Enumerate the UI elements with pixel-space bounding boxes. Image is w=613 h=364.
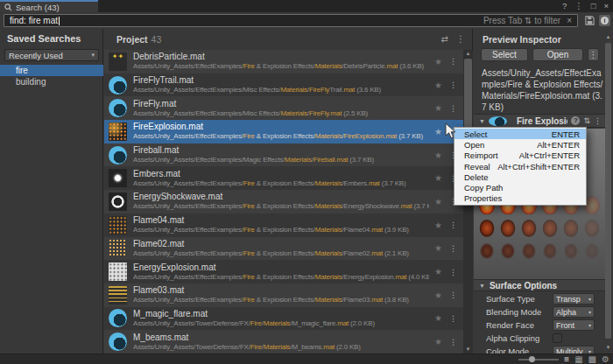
search-icon — [4, 4, 12, 11]
foldout-arrow-icon[interactable]: ▼ — [479, 283, 485, 289]
select-button[interactable]: Select — [481, 48, 528, 61]
favorite-star-icon[interactable]: ★ — [434, 173, 442, 183]
menu-item-reimport[interactable]: ReimportAlt+Ctrl+ENTER — [454, 150, 586, 161]
saved-search-item-fire[interactable]: fire — [0, 65, 103, 76]
presets-icon[interactable]: ⇅ — [583, 116, 590, 125]
material-title: Fire Explosion (Ma — [517, 116, 568, 126]
row-more-button[interactable]: ⋮ — [449, 338, 457, 346]
tab-title: Search (43) — [16, 3, 60, 12]
title-bar: Search (43) ? ⋮ □ × — [0, 0, 613, 12]
surface-options-header[interactable]: ▼ Surface Options — [474, 279, 605, 291]
close-button[interactable]: × — [603, 0, 609, 12]
result-row[interactable]: M_magic_flare.matAssets/Unity_Assets/Tow… — [104, 307, 463, 331]
result-row[interactable]: FireExplosion.matAssets/Unity_Assets/Eff… — [104, 120, 463, 144]
result-row[interactable]: M_beams.matAssets/Unity_Assets/TowerDefe… — [104, 330, 463, 354]
menu-item-copy-path[interactable]: Copy Path — [454, 182, 586, 192]
favorite-star-icon[interactable]: ★ — [434, 290, 442, 300]
material-help-icon[interactable]: ? — [571, 116, 580, 125]
scroll-down-icon[interactable]: ▼ — [463, 346, 473, 354]
saved-search-item-building[interactable]: building — [0, 76, 103, 88]
menu-item-open[interactable]: OpenAlt+ENTER — [454, 139, 586, 150]
saved-searches-panel: Saved Searches Recently Used ▾ firebuild… — [0, 29, 103, 354]
maximize-button[interactable]: □ — [591, 0, 596, 12]
result-row[interactable]: Flame02.matAssets/Unity_Assets/EffectExa… — [104, 237, 463, 261]
inspector-scrollbar[interactable]: ▲ ▼ — [604, 33, 612, 352]
row-more-button[interactable]: ⋮ — [449, 244, 457, 253]
settings-gear-icon[interactable]: ⚙ — [602, 354, 609, 364]
alpha-clipping-checkbox[interactable] — [553, 333, 562, 343]
help-button[interactable]: ? — [562, 0, 567, 12]
row-more-button[interactable]: ⋮ — [449, 290, 457, 299]
menu-item-label: Reimport — [464, 150, 498, 160]
result-row[interactable]: ✦✦DebrisParticle.matAssets/Unity_Assets/… — [104, 50, 463, 74]
grid-view-large-icon[interactable]: ▩ — [588, 354, 596, 364]
menu-item-reveal[interactable]: RevealAlt+Ctrl+Shift+ENTER — [454, 161, 586, 172]
flame03-thumbnail-icon — [109, 286, 127, 304]
render-face-dropdown[interactable]: Front▾ — [553, 319, 595, 331]
saved-searches-sort-dropdown[interactable]: Recently Used ▾ — [4, 49, 99, 61]
menu-item-properties[interactable]: Properties — [454, 193, 586, 204]
slider-knob[interactable] — [529, 356, 535, 362]
favorite-star-icon[interactable]: ★ — [434, 57, 442, 66]
foldout-arrow-icon[interactable]: ▼ — [479, 118, 485, 124]
menu-item-label: Select — [464, 130, 487, 139]
clear-search-icon[interactable]: × — [567, 16, 572, 25]
row-more-button[interactable]: ⋮ — [449, 104, 457, 113]
result-row[interactable]: Embers.matAssets/Unity_Assets/EffectExam… — [104, 166, 463, 190]
search-input[interactable]: find: fire mat Press Tab ⇅ to filter × — [4, 14, 578, 27]
row-more-button[interactable]: ⋮ — [449, 314, 457, 323]
favorite-star-icon[interactable]: ★ — [434, 197, 442, 206]
favorite-star-icon[interactable]: ★ — [434, 150, 442, 160]
preview-more-button[interactable]: ⋮ — [588, 48, 599, 61]
menu-item-delete[interactable]: Delete — [454, 172, 586, 182]
info-icon: i — [601, 17, 609, 24]
result-row[interactable]: EnergyExplosion.matAssets/Unity_Assets/E… — [104, 260, 463, 284]
favorite-star-icon[interactable]: ★ — [434, 80, 442, 90]
favorite-star-icon[interactable]: ★ — [434, 127, 442, 136]
save-search-button[interactable] — [583, 15, 595, 26]
result-row[interactable]: FireFlyTrail.matAssets/Unity_Assets/Effe… — [104, 74, 463, 97]
row-more-button[interactable]: ⋮ — [449, 80, 457, 89]
result-name: Flame04.mat — [133, 215, 429, 226]
result-row[interactable]: Fireball.matAssets/Unity_Assets/EffectEx… — [104, 144, 463, 167]
saved-searches-title: Saved Searches — [7, 33, 81, 44]
favorite-star-icon[interactable]: ★ — [434, 313, 442, 323]
result-path: Assets/Unity_Assets/EffectExamples/Fire … — [133, 249, 429, 258]
grid-view-small-icon[interactable]: ▦ — [574, 354, 582, 364]
row-more-button[interactable]: ⋮ — [449, 268, 457, 276]
scroll-up-icon[interactable]: ▲ — [604, 33, 612, 41]
info-button[interactable]: i — [599, 15, 610, 26]
list-view-icon[interactable]: ≡ — [564, 354, 569, 364]
surface-type-dropdown[interactable]: Transp▾ — [553, 293, 595, 304]
material-more-button[interactable]: ⋮ — [594, 116, 602, 125]
context-menu: SelectENTEROpenAlt+ENTERReimportAlt+Ctrl… — [454, 127, 587, 206]
row-more-button[interactable]: ⋮ — [449, 220, 457, 229]
menu-item-select[interactable]: SelectENTER — [454, 129, 586, 139]
scrollbar-thumb[interactable] — [605, 43, 611, 339]
flame-sprite-row — [476, 216, 602, 237]
preview-inspector-title: Preview Inspector — [483, 34, 561, 45]
item-size-slider[interactable] — [518, 354, 559, 364]
result-path: Assets/Unity_Assets/EffectExamples/Fire … — [133, 179, 429, 188]
favorite-star-icon[interactable]: ★ — [434, 220, 442, 230]
open-button[interactable]: Open — [532, 48, 583, 61]
results-more-button[interactable]: ⋮ — [456, 34, 465, 44]
material-inspector-header[interactable]: ▼ Fire Explosion (Ma ? ⇅ ⋮ — [474, 114, 605, 128]
result-row[interactable]: Flame04.matAssets/Unity_Assets/EffectExa… — [104, 214, 463, 237]
menu-item-shortcut: Alt+Ctrl+ENTER — [519, 150, 580, 160]
refresh-icon[interactable]: ⇄ — [441, 34, 448, 44]
blending-mode-dropdown[interactable]: Alpha▾ — [553, 306, 595, 318]
tab-search[interactable]: Search (43) — [0, 0, 98, 12]
scroll-down-icon[interactable]: ▼ — [604, 344, 612, 352]
favorite-star-icon[interactable]: ★ — [434, 103, 442, 113]
menu-item-shortcut: Alt+ENTER — [537, 140, 580, 150]
favorite-star-icon[interactable]: ★ — [434, 267, 442, 276]
result-row[interactable]: EnergyShockwave.matAssets/Unity_Assets/E… — [104, 190, 463, 214]
row-more-button[interactable]: ⋮ — [449, 57, 457, 66]
favorite-star-icon[interactable]: ★ — [434, 243, 442, 253]
result-row[interactable]: FireFly.matAssets/Unity_Assets/EffectExa… — [104, 96, 463, 120]
favorite-star-icon[interactable]: ★ — [434, 337, 442, 346]
result-row[interactable]: Flame03.matAssets/Unity_Assets/EffectExa… — [104, 284, 463, 307]
scroll-up-icon[interactable]: ▲ — [463, 50, 473, 58]
window-menu-button[interactable]: ⋮ — [574, 0, 583, 12]
